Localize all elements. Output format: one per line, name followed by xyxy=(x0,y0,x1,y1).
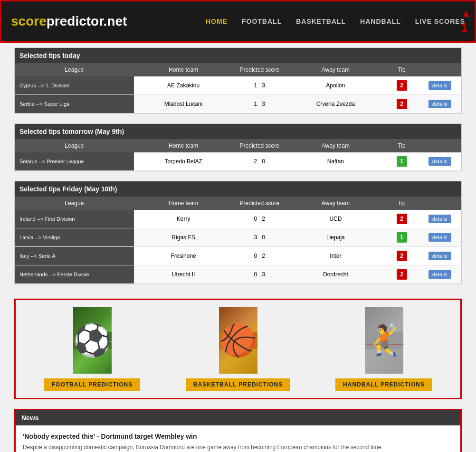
details-cell[interactable]: details xyxy=(418,95,461,113)
score-cell: 1 3 xyxy=(233,76,286,95)
table-row: Netherlands --> Eerste Divisie Utrecht I… xyxy=(15,265,461,284)
tip-cell: 2 xyxy=(385,76,419,95)
league-cell: Belarus --> Premier League xyxy=(15,152,134,171)
handball-ball-emoji: 🤾 xyxy=(365,322,403,358)
home-team-cell: Mladost Lucani xyxy=(134,95,233,113)
details-button[interactable]: details xyxy=(428,233,451,242)
table-row: Belarus --> Premier League Torpedo BelAZ… xyxy=(15,152,461,171)
score-cell: 0 3 xyxy=(233,265,286,284)
details-cell[interactable]: details xyxy=(418,265,461,284)
nav-home[interactable]: HOME xyxy=(206,18,228,25)
details-button[interactable]: details xyxy=(428,270,451,279)
tips-friday-section: Selected tips Friday (May 10th) League H… xyxy=(14,181,462,284)
score-cell: 2 0 xyxy=(233,152,286,171)
details-button[interactable]: details xyxy=(428,215,451,223)
tip-cell: 1 xyxy=(385,152,419,171)
football-image: ⚽ xyxy=(73,307,112,374)
main-nav: HOME FOOTBALL BASKETBALL HANDBALL LIVE S… xyxy=(206,18,465,25)
th-score-today: Predicted score xyxy=(233,63,286,76)
th-tip-friday: Tip xyxy=(385,197,419,210)
tip-cell: 2 xyxy=(385,265,419,284)
nav-basketball[interactable]: BASKETBALL xyxy=(296,18,346,25)
th-home-tomorrow: Home team xyxy=(134,139,233,152)
tips-tomorrow-table: League Home team Predicted score Away te… xyxy=(15,139,461,171)
tip-badge: 2 xyxy=(397,251,407,261)
score-cell: 1 3 xyxy=(233,95,286,113)
tip-badge: 2 xyxy=(397,214,407,224)
away-team-cell: Inter xyxy=(286,247,385,265)
details-cell[interactable]: details xyxy=(418,228,461,247)
away-team-cell: Apollon xyxy=(286,76,385,95)
nav-live-scores[interactable]: LIVE SCORES xyxy=(415,18,465,25)
tip-badge: 2 xyxy=(397,99,407,109)
news-body: Despite a disappointing domestic campaig… xyxy=(23,443,453,452)
th-away-today: Away team xyxy=(286,63,385,76)
th-away-tomorrow: Away team xyxy=(286,139,385,152)
tips-tomorrow-title: Selected tips tomorrow (May 9th) xyxy=(15,124,461,139)
league-cell: Netherlands --> Eerste Divisie xyxy=(15,265,134,284)
th-action-tomorrow xyxy=(418,139,461,152)
th-score-friday: Predicted score xyxy=(233,197,286,210)
football-predictions-button[interactable]: FOOTBALL PREDICTIONS xyxy=(44,378,140,391)
handball-card: 🤾 HANDBALL PREDICTIONS xyxy=(314,307,453,391)
table-row: Serbia --> Super Liga Mladost Lucani 1 3… xyxy=(15,95,461,113)
tip-badge: 2 xyxy=(397,269,407,280)
league-cell: Cyprus --> 1. Division xyxy=(15,76,134,95)
score-cell: 3 0 xyxy=(233,228,286,247)
basketball-card: 🏀 BASKETBALL PREDICTIONS xyxy=(169,307,307,391)
table-row: Cyprus --> 1. Division AE Zakakiou 1 3 A… xyxy=(15,76,461,95)
tip-cell: 2 xyxy=(385,247,419,265)
league-cell: Latvia --> Virsliga xyxy=(15,228,134,247)
home-team-cell: Frosinone xyxy=(134,247,233,265)
home-team-cell: Kerry xyxy=(134,210,233,228)
news-title: News xyxy=(16,410,460,425)
tip-cell: 2 xyxy=(385,210,419,228)
details-cell[interactable]: details xyxy=(418,152,461,171)
details-cell[interactable]: details xyxy=(418,247,461,265)
tip-cell: 2 xyxy=(385,95,419,113)
details-button[interactable]: details xyxy=(428,100,451,108)
th-away-friday: Away team xyxy=(286,197,385,210)
th-tip-tomorrow: Tip xyxy=(385,139,419,152)
home-team-cell: Utrecht II xyxy=(134,265,233,284)
table-row: Latvia --> Virsliga Rigas FS 3 0 Liepaja… xyxy=(15,228,461,247)
basketball-ball-emoji: 🏀 xyxy=(219,322,257,358)
score-cell: 0 2 xyxy=(233,247,286,265)
details-button[interactable]: details xyxy=(428,81,451,90)
table-row: Ireland --> First Division Kerry 0 2 UCD… xyxy=(15,210,461,228)
th-action-friday xyxy=(418,197,461,210)
league-cell: Serbia --> Super Liga xyxy=(15,95,134,113)
basketball-predictions-button[interactable]: BASKETBALL PREDICTIONS xyxy=(186,378,290,391)
tips-today-title: Selected tips today xyxy=(15,48,461,63)
home-team-cell: AE Zakakiou xyxy=(134,76,233,95)
sport-cards-section: ⚽ FOOTBALL PREDICTIONS 🏀 BASKETBALL PRED… xyxy=(14,299,462,399)
tip-cell: 1 xyxy=(385,228,419,247)
news-item: 'Nobody expected this' - Dortmund target… xyxy=(16,425,460,452)
th-home-today: Home team xyxy=(134,63,233,76)
th-score-tomorrow: Predicted score xyxy=(233,139,286,152)
details-button[interactable]: details xyxy=(428,252,451,260)
th-league-friday: League xyxy=(15,197,134,210)
th-action-today xyxy=(418,63,461,76)
main-content: Selected tips today League Home team Pre… xyxy=(0,43,476,452)
away-team-cell: Liepaja xyxy=(286,228,385,247)
details-button[interactable]: details xyxy=(428,157,451,166)
tips-today-section: Selected tips today League Home team Pre… xyxy=(14,47,462,114)
tip-badge: 2 xyxy=(397,80,407,91)
basketball-image: 🏀 xyxy=(219,307,257,374)
nav-football[interactable]: FOOTBALL xyxy=(242,18,282,25)
nav-handball[interactable]: HANDBALL xyxy=(360,18,401,25)
tips-friday-table: League Home team Predicted score Away te… xyxy=(15,197,461,284)
news-headline: 'Nobody expected this' - Dortmund target… xyxy=(23,433,453,440)
details-cell[interactable]: details xyxy=(418,210,461,228)
handball-predictions-button[interactable]: HANDBALL PREDICTIONS xyxy=(335,378,432,391)
th-league-tomorrow: League xyxy=(15,139,134,152)
handball-image: 🤾 xyxy=(365,307,403,374)
home-team-cell: Torpedo BelAZ xyxy=(134,152,233,171)
tips-today-table: League Home team Predicted score Away te… xyxy=(15,63,461,113)
news-section: News 'Nobody expected this' - Dortmund t… xyxy=(14,409,462,452)
tip-badge: 1 xyxy=(397,232,407,243)
header: scorepredictor.net HOME FOOTBALL BASKETB… xyxy=(0,0,476,43)
details-cell[interactable]: details xyxy=(418,76,461,95)
home-team-cell: Rigas FS xyxy=(134,228,233,247)
